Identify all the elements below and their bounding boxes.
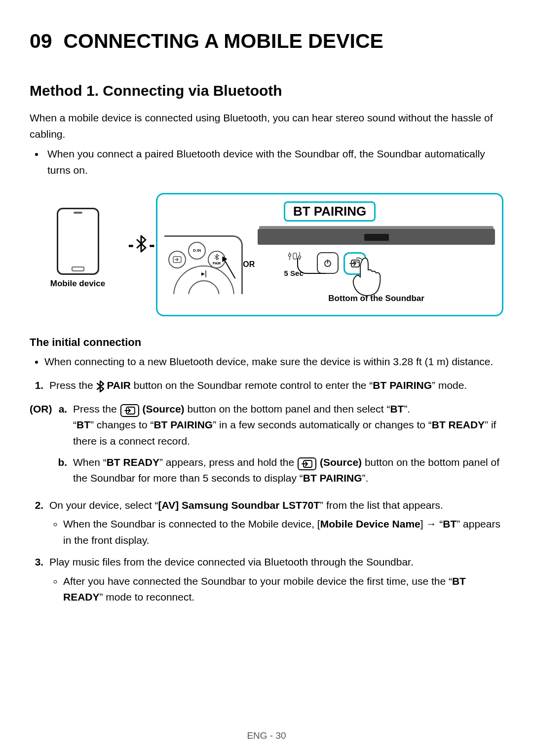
step-1: Press the PAIR button on the Soundbar re… [46,377,503,395]
remote-figure: D.IN PAIR ▸ǀ [164,235,243,294]
intro-paragraph: When a mobile device is connected using … [30,110,503,142]
hand-press-icon [350,257,385,299]
svg-rect-4 [293,253,297,259]
step-a: Press the (Source) button on the bottom … [70,401,503,450]
pairing-diagram: Mobile device •• •• BT PAIRING D.IN [30,193,503,316]
soundbar-callout: BT PAIRING D.IN PAIR [156,193,503,316]
soundbar-body-icon [258,229,495,245]
bluetooth-icon [136,235,147,257]
page-footer: ENG - 30 [0,730,533,741]
initial-distance-bullet: When connecting to a new Bluetooth devic… [44,354,503,370]
bluetooth-waves-icon: •• •• [128,193,153,257]
source-icon-inline [120,404,139,417]
mobile-device-label: Mobile device [30,279,126,289]
five-sec-label: 5 Sec [280,269,307,277]
method-heading: Method 1. Connecting via Bluetooth [30,82,503,99]
or-branch-label: (OR) [30,401,57,491]
remote-source-button-icon [168,251,186,268]
remote-din-button-icon: D.IN [188,242,206,260]
step-2-bullet: When the Soundbar is connected to the Mo… [63,516,503,548]
bottom-of-soundbar-label: Bottom of the Soundbar [328,294,424,303]
mobile-device-figure: Mobile device [30,193,126,289]
step-b: When “BT READY” appears, press and hold … [70,454,503,487]
soundbar-figure: 5 Sec Bottom of the Soundbar [258,227,495,302]
step-2: On your device, select “[AV] Samsung Sou… [46,497,503,549]
or-label: OR [243,260,255,269]
step-3-bullet: After you have connected the Soundbar to… [63,573,503,605]
page-title: 09 CONNECTING A MOBILE DEVICE [30,30,503,53]
bluetooth-icon-inline [96,377,104,395]
initial-connection-heading: The initial connection [30,336,503,349]
intro-bullet: When you connect a paired Bluetooth devi… [44,146,503,178]
bt-pairing-label: BT PAIRING [284,201,376,222]
source-icon-inline [298,457,316,470]
phone-icon [57,208,99,275]
svg-point-1 [289,254,291,257]
step-3: Play music files from the device connect… [46,554,503,605]
